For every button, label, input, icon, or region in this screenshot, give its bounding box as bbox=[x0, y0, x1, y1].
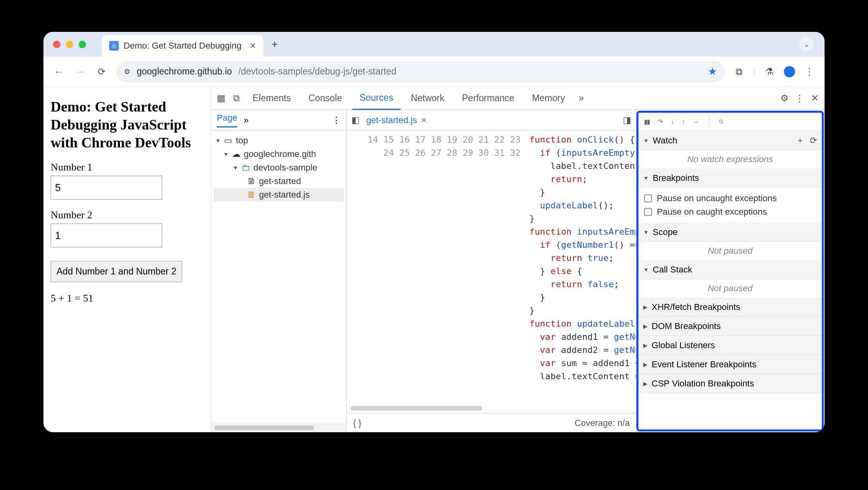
browser-window: ◎ Demo: Get Started Debugging ✕ + ⌄ ← → … bbox=[43, 32, 825, 432]
step-over-icon[interactable]: ↷ bbox=[658, 118, 663, 125]
tab-sources[interactable]: Sources bbox=[352, 87, 400, 110]
page-viewport: Demo: Get Started Debugging JavaScript w… bbox=[43, 87, 211, 432]
back-button[interactable]: ← bbox=[51, 65, 66, 79]
favicon-icon: ◎ bbox=[109, 41, 119, 51]
refresh-watch-icon[interactable]: ⟳ bbox=[810, 135, 817, 146]
pretty-print-icon[interactable]: { } bbox=[353, 418, 361, 428]
more-tabs-icon[interactable]: » bbox=[575, 93, 587, 104]
collapsed-section[interactable]: ▶DOM Breakpoints bbox=[638, 317, 822, 336]
breakpoints-section-header[interactable]: ▼Breakpoints bbox=[638, 169, 822, 188]
number2-input[interactable] bbox=[51, 223, 162, 247]
callstack-section-header[interactable]: ▼Call Stack bbox=[638, 260, 822, 279]
tab-elements[interactable]: Elements bbox=[245, 87, 298, 109]
browser-menu-icon[interactable]: ⋮ bbox=[802, 65, 817, 79]
reload-button[interactable]: ⟳ bbox=[94, 65, 109, 79]
scope-empty: Not paused bbox=[638, 242, 822, 260]
debugger-pane: ▮▮ ↷ ↓ ↑ → ⦰ ▼Watch + ⟳ bbox=[636, 111, 824, 431]
close-window-button[interactable] bbox=[53, 41, 61, 48]
step-into-icon[interactable]: ↓ bbox=[671, 118, 674, 125]
coverage-text: Coverage: n/a bbox=[575, 418, 630, 428]
tab-console[interactable]: Console bbox=[301, 87, 349, 109]
pause-caught-checkbox[interactable]: Pause on caught exceptions bbox=[644, 205, 816, 219]
content-area: Demo: Get Started Debugging JavaScript w… bbox=[43, 87, 825, 432]
new-tab-button[interactable]: + bbox=[271, 38, 278, 51]
number2-label: Number 2 bbox=[51, 209, 204, 221]
editor-footer: { } Coverage: n/a bbox=[347, 413, 636, 432]
step-out-icon[interactable]: ↑ bbox=[682, 118, 685, 125]
editor-tabs: ◧ get-started.js ✕ ◨ bbox=[347, 110, 636, 131]
close-file-icon[interactable]: ✕ bbox=[421, 116, 427, 125]
result-text: 5 + 1 = 51 bbox=[51, 292, 204, 304]
navigator-tab-page[interactable]: Page bbox=[217, 113, 237, 127]
breakpoints-body: Pause on uncaught exceptions Pause on ca… bbox=[638, 188, 822, 223]
page-heading: Demo: Get Started Debugging JavaScript w… bbox=[51, 98, 204, 152]
tree-top[interactable]: ▼▭ top bbox=[214, 134, 344, 147]
add-button[interactable]: Add Number 1 and Number 2 bbox=[51, 261, 182, 282]
browser-tab[interactable]: ◎ Demo: Get Started Debugging ✕ bbox=[102, 35, 263, 57]
watch-section-header[interactable]: ▼Watch + ⟳ bbox=[638, 131, 822, 150]
number1-label: Number 1 bbox=[51, 161, 204, 173]
settings-gear-icon[interactable]: ⚙ bbox=[778, 93, 790, 104]
tab-performance[interactable]: Performance bbox=[455, 87, 522, 109]
open-file-tab[interactable]: get-started.js ✕ bbox=[366, 115, 427, 125]
line-gutter: 14 15 16 17 18 19 20 21 22 23 24 25 26 2… bbox=[347, 131, 526, 404]
collapsed-section[interactable]: ▶Event Listener Breakpoints bbox=[638, 355, 822, 374]
tab-title: Demo: Get Started Debugging bbox=[124, 41, 242, 51]
devtools-close-icon[interactable]: ✕ bbox=[809, 93, 821, 104]
tabs-dropdown-button[interactable]: ⌄ bbox=[799, 37, 813, 51]
profile-avatar[interactable] bbox=[784, 66, 795, 77]
browser-toolbar: ← → ⟳ ⚙ googlechrome.github.io/devtools-… bbox=[43, 57, 825, 87]
tree-folder[interactable]: ▼🗀 devtools-sample bbox=[214, 161, 344, 174]
pause-uncaught-checkbox[interactable]: Pause on uncaught exceptions bbox=[644, 192, 816, 205]
pause-icon[interactable]: ▮▮ bbox=[644, 118, 650, 125]
labs-icon[interactable]: ⚗ bbox=[762, 65, 777, 79]
sources-navigator: Page » ⋮ ▼▭ top ▼☁ googlechrome.gith bbox=[211, 110, 347, 432]
inspect-icon[interactable]: ▦ bbox=[215, 93, 227, 104]
navigator-scrollbar[interactable] bbox=[211, 423, 346, 432]
code-body[interactable]: 14 15 16 17 18 19 20 21 22 23 24 25 26 2… bbox=[347, 131, 636, 404]
toggle-navigator-icon[interactable]: ◧ bbox=[352, 115, 360, 125]
step-icon[interactable]: → bbox=[693, 118, 699, 125]
tab-network[interactable]: Network bbox=[404, 87, 452, 109]
tree-domain[interactable]: ▼☁ googlechrome.gith bbox=[214, 147, 344, 161]
number1-input[interactable] bbox=[51, 176, 162, 200]
tab-strip: ◎ Demo: Get Started Debugging ✕ + ⌄ bbox=[43, 32, 825, 57]
extensions-icon[interactable]: ⧉ bbox=[732, 65, 746, 79]
collapsed-section[interactable]: ▶CSP Violation Breakpoints bbox=[638, 374, 822, 393]
address-bar[interactable]: ⚙ googlechrome.github.io/devtools-sample… bbox=[116, 61, 725, 82]
add-watch-icon[interactable]: + bbox=[797, 135, 803, 146]
navigator-menu-icon[interactable]: ⋮ bbox=[332, 115, 341, 125]
collapsed-section[interactable]: ▶Global Listeners bbox=[638, 336, 822, 355]
watch-empty: No watch expressions bbox=[638, 150, 822, 169]
tab-memory[interactable]: Memory bbox=[525, 87, 572, 109]
tree-file-js[interactable]: 🗎 get-started.js bbox=[214, 188, 344, 202]
devtools-main: Page » ⋮ ▼▭ top ▼☁ googlechrome.gith bbox=[211, 110, 825, 432]
toggle-debugger-icon[interactable]: ◨ bbox=[623, 115, 631, 125]
devtools-tabs: ▦ ⧉ Elements Console Sources Network Per… bbox=[211, 87, 825, 110]
source-editor: ◧ get-started.js ✕ ◨ 14 15 16 17 18 19 2… bbox=[347, 110, 636, 432]
url-host: googlechrome.github.io bbox=[137, 66, 232, 77]
navigator-tabs: Page » ⋮ bbox=[211, 110, 346, 131]
tree-file-html[interactable]: 🗎 get-started bbox=[214, 174, 344, 188]
forward-button[interactable]: → bbox=[73, 65, 87, 79]
collapsed-section[interactable]: ▶XHR/fetch Breakpoints bbox=[638, 298, 822, 317]
site-settings-icon[interactable]: ⚙ bbox=[124, 67, 130, 76]
url-path: /devtools-samples/debug-js/get-started bbox=[238, 66, 396, 77]
code-h-scrollbar[interactable] bbox=[347, 404, 636, 413]
tab-close-icon[interactable]: ✕ bbox=[249, 41, 256, 51]
maximize-window-button[interactable] bbox=[79, 41, 86, 48]
file-tree: ▼▭ top ▼☁ googlechrome.gith ▼🗀 devtools-… bbox=[211, 131, 346, 423]
devtools-menu-icon[interactable]: ⋮ bbox=[793, 93, 805, 104]
debugger-toolbar: ▮▮ ↷ ↓ ↑ → ⦰ bbox=[638, 113, 822, 131]
callstack-empty: Not paused bbox=[638, 279, 822, 298]
scope-section-header[interactable]: ▼Scope bbox=[638, 223, 822, 242]
device-toggle-icon[interactable]: ⧉ bbox=[230, 93, 242, 104]
deactivate-breakpoints-icon[interactable]: ⦰ bbox=[719, 118, 724, 125]
navigator-more-icon[interactable]: » bbox=[244, 115, 248, 125]
code-text: function onClick() { if (inputsAreEmpty(… bbox=[526, 131, 636, 404]
minimize-window-button[interactable] bbox=[66, 41, 73, 48]
devtools-panel: ▦ ⧉ Elements Console Sources Network Per… bbox=[211, 87, 825, 432]
window-controls bbox=[53, 41, 86, 48]
bookmark-star-icon[interactable]: ★ bbox=[708, 65, 717, 78]
